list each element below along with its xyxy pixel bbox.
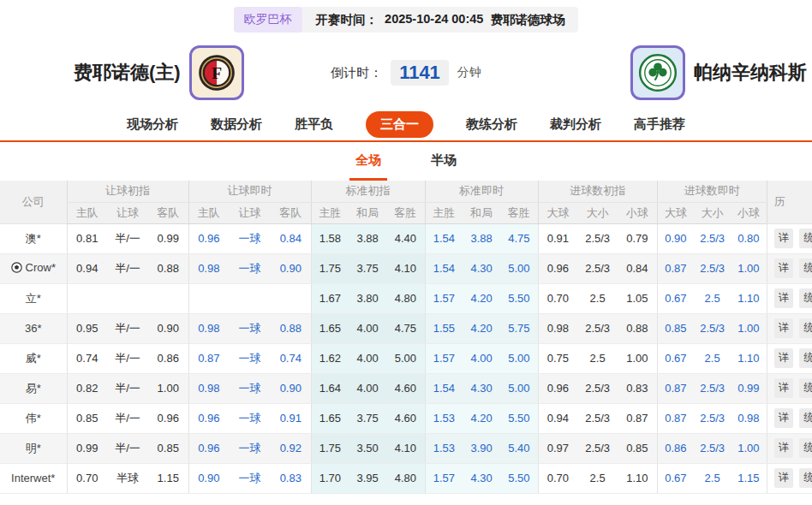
odds-cell: 1.57	[425, 283, 463, 313]
detail-button[interactable]: 详	[774, 258, 794, 278]
match-header: 费耶诺德(主) F 倒计时： 1141 分钟 帕纳辛	[0, 38, 812, 108]
sub-header: 和局	[349, 202, 386, 223]
odds-cell: 0.67	[657, 283, 694, 313]
odds-table: 公司让球初指让球即时标准初指标准即时进球数初指进球数即时历 主队让球客队主队让球…	[0, 181, 812, 494]
odds-cell: 0.87	[657, 253, 694, 283]
group-header: 标准即时	[425, 181, 538, 202]
odds-cell: 0.96	[148, 403, 188, 433]
period-tab[interactable]: 半场	[425, 142, 463, 181]
detail-button[interactable]: 详	[774, 288, 794, 308]
actions-cell: 详统	[767, 223, 812, 253]
nav-tab[interactable]: 胜平负	[295, 116, 333, 133]
actions-cell: 详统	[767, 253, 812, 283]
sub-header: 客队	[271, 202, 311, 223]
sub-header: 主胜	[311, 202, 349, 223]
detail-button[interactable]: 详	[774, 438, 794, 458]
odds-cell: 2.5/3	[577, 313, 618, 343]
stats-button[interactable]: 统	[799, 258, 812, 278]
company-cell: 36*	[0, 313, 67, 343]
soccer-ball-icon	[11, 262, 22, 276]
sub-header: 客队	[148, 202, 188, 223]
odds-cell: 2.5/3	[694, 223, 731, 253]
stats-button[interactable]: 统	[799, 288, 812, 308]
company-cell: 威*	[0, 343, 67, 373]
odds-cell: 半/一	[107, 433, 148, 463]
odds-cell: 0.94	[538, 403, 577, 433]
detail-button[interactable]: 详	[774, 348, 794, 368]
detail-button[interactable]: 详	[774, 468, 794, 488]
group-header-row: 公司让球初指让球即时标准初指标准即时进球数初指进球数即时历	[0, 181, 812, 202]
stats-button[interactable]: 统	[799, 348, 812, 368]
odds-cell: 2.5/3	[577, 223, 618, 253]
odds-cell: 一球	[229, 373, 271, 403]
actions-cell: 详统	[767, 283, 812, 313]
detail-button[interactable]: 详	[774, 229, 794, 248]
nav-tab[interactable]: 高手推荐	[634, 116, 685, 133]
odds-cell: 半/一	[107, 253, 148, 283]
odds-cell: 0.94	[67, 253, 107, 283]
company-cell: Crow*	[0, 253, 67, 283]
nav-tab[interactable]: 现场分析	[127, 116, 178, 133]
period-tabs: 全场半场	[0, 142, 812, 181]
odds-cell: 0.90	[657, 223, 694, 253]
odds-cell: 2.5/3	[694, 313, 731, 343]
odds-cell: 0.82	[67, 373, 107, 403]
odds-cell: 0.98	[188, 253, 229, 283]
odds-cell: 0.99	[148, 223, 188, 253]
odds-table-head: 公司让球初指让球即时标准初指标准即时进球数初指进球数即时历 主队让球客队主队让球…	[0, 181, 812, 223]
nav-tab[interactable]: 裁判分析	[550, 116, 601, 133]
odds-cell: 4.40	[386, 223, 425, 253]
group-header: 让球初指	[67, 181, 188, 202]
odds-cell: 0.96	[188, 433, 229, 463]
odds-cell: 0.80	[731, 223, 767, 253]
nav-tab[interactable]: 三合一	[366, 111, 433, 138]
odds-cell: 1.75	[311, 433, 349, 463]
detail-button[interactable]: 详	[774, 318, 794, 338]
odds-cell: 2.5	[577, 343, 618, 373]
odds-cell: 半/一	[107, 343, 148, 373]
odds-cell: 1.10	[731, 283, 767, 313]
odds-cell: 4.20	[463, 403, 500, 433]
stats-button[interactable]: 统	[799, 468, 812, 488]
period-tab[interactable]: 全场	[349, 142, 387, 181]
odds-table-body: 澳*0.81半/一0.990.96一球0.841.583.884.401.543…	[0, 223, 812, 493]
odds-cell: 0.87	[657, 373, 694, 403]
odds-table-wrap: 公司让球初指让球即时标准初指标准即时进球数初指进球数即时历 主队让球客队主队让球…	[0, 181, 812, 494]
odds-cell: 一球	[229, 403, 271, 433]
odds-cell: 4.60	[386, 403, 425, 433]
kickoff-info: 开赛时间： 2025-10-24 00:45 费耶诺德球场	[302, 12, 579, 28]
stats-button[interactable]: 统	[799, 408, 812, 428]
odds-cell: 0.90	[271, 373, 311, 403]
stats-button[interactable]: 统	[799, 318, 812, 338]
actions-cell: 详统	[767, 313, 812, 343]
odds-cell: 4.80	[386, 463, 425, 493]
odds-cell	[271, 283, 311, 313]
odds-cell: 2.5/3	[694, 433, 731, 463]
odds-cell: 1.53	[425, 433, 463, 463]
detail-button[interactable]: 详	[774, 378, 794, 398]
actions-cell: 详统	[767, 463, 812, 493]
stats-button[interactable]: 统	[799, 229, 812, 248]
odds-cell: 4.30	[463, 463, 500, 493]
odds-cell: 0.75	[538, 343, 577, 373]
odds-cell: 0.87	[618, 403, 657, 433]
odds-cell: 2.5	[577, 283, 618, 313]
odds-cell: 1.15	[148, 463, 188, 493]
stats-button[interactable]: 统	[799, 438, 812, 458]
sub-header: 主队	[67, 202, 107, 223]
odds-cell: 0.70	[67, 463, 107, 493]
nav-tab[interactable]: 教练分析	[466, 116, 517, 133]
nav-tab[interactable]: 数据分析	[211, 116, 262, 133]
kickoff-time: 2025-10-24 00:45	[385, 12, 483, 28]
detail-button[interactable]: 详	[774, 408, 794, 428]
odds-cell: 2.5/3	[694, 403, 731, 433]
odds-cell: 5.40	[500, 433, 538, 463]
odds-cell: 0.85	[67, 403, 107, 433]
odds-cell: 4.60	[386, 373, 425, 403]
odds-cell: 1.54	[425, 223, 463, 253]
odds-cell: 0.91	[538, 223, 577, 253]
stats-button[interactable]: 统	[799, 378, 812, 398]
league-badge: 欧罗巴杯	[234, 7, 302, 33]
company-header: 公司	[0, 181, 67, 223]
odds-cell: 1.00	[731, 433, 767, 463]
